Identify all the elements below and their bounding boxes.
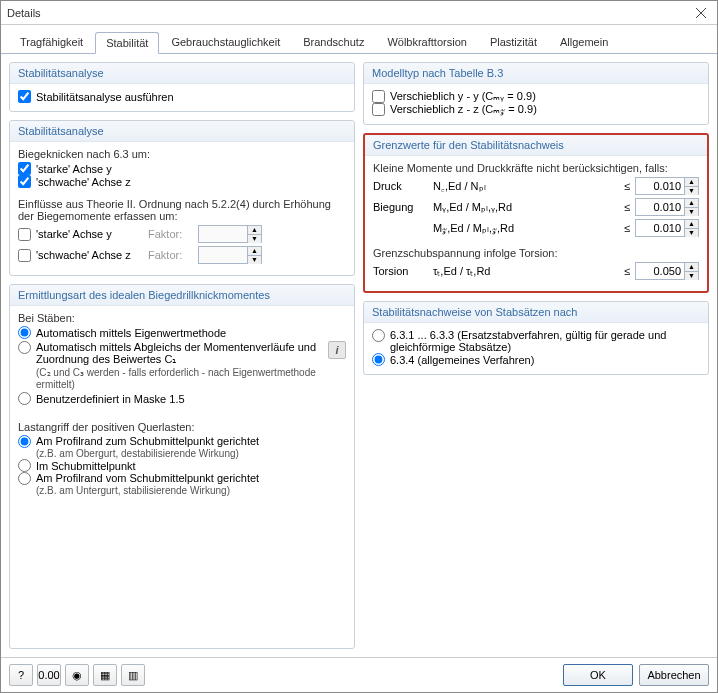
close-icon[interactable] (691, 3, 711, 23)
checkbox-schwache-achse-z-faktor[interactable]: 'schwache' Achse z (18, 249, 148, 262)
panel-title: Ermittlungsart des idealen Biegedrillkni… (10, 285, 354, 306)
spin-down-icon[interactable]: ▼ (248, 256, 261, 264)
checkbox-starke-achse-y-faktor[interactable]: 'starke' Achse y (18, 228, 148, 241)
tab-gebrauchstauglichkeit[interactable]: Gebrauchstauglichkeit (160, 31, 291, 53)
panel-ermittlungsart: Ermittlungsart des idealen Biegedrillkni… (9, 284, 355, 649)
panel-title: Grenzwerte für den Stabilitätsnachweis (365, 135, 707, 156)
radio-im-smp[interactable]: Im Schubmittelpunkt (18, 459, 346, 472)
spin-down-icon[interactable]: ▼ (685, 208, 698, 216)
spin-up-icon[interactable]: ▲ (685, 263, 698, 272)
checkbox-label: 'starke' Achse y (36, 163, 112, 175)
checkbox-schwache-achse-z[interactable]: 'schwache' Achse z (18, 175, 346, 188)
titlebar: Details (1, 1, 717, 25)
radio-input[interactable] (372, 353, 385, 366)
factor-spinner-y[interactable]: ▲▼ (198, 225, 262, 243)
label: Torsion (373, 265, 433, 277)
value-spinner[interactable]: ▲▼ (635, 219, 699, 237)
checkbox-input[interactable] (18, 175, 31, 188)
info-icon[interactable]: i (328, 341, 346, 359)
factor-spinner-z[interactable]: ▲▼ (198, 246, 262, 264)
grenzwert-row: BiegungMᵧ,Ed / Mₚₗ,ᵧ,Rd≤▲▼ (373, 198, 699, 216)
value-input[interactable] (636, 178, 684, 194)
spin-up-icon[interactable]: ▲ (248, 247, 261, 256)
ok-button[interactable]: OK (563, 664, 633, 686)
toolbar-icon-1[interactable]: 0.00 (37, 664, 61, 686)
checkbox-input[interactable] (18, 162, 31, 175)
spin-down-icon[interactable]: ▼ (685, 229, 698, 237)
spin-down-icon[interactable]: ▼ (685, 272, 698, 280)
radio-momentenverlaeufe[interactable]: Automatisch mittels Abgleichs der Moment… (18, 341, 322, 390)
radio-label: Am Profilrand zum Schubmittelpunkt geric… (36, 435, 259, 459)
details-dialog: Details TragfähigkeitStabilitätGebrauchs… (0, 0, 718, 693)
operator: ≤ (619, 265, 635, 277)
radio-input[interactable] (18, 472, 31, 485)
radio-input[interactable] (18, 326, 31, 339)
radio-input[interactable] (18, 392, 31, 405)
value-spinner[interactable]: ▲▼ (635, 177, 699, 195)
checkbox-label: 'starke' Achse y (36, 228, 112, 240)
spin-up-icon[interactable]: ▲ (248, 226, 261, 235)
subheading-biegeknicken: Biegeknicken nach 6.3 um: (18, 148, 346, 160)
value-spinner[interactable]: ▲▼ (635, 198, 699, 216)
factor-input[interactable] (199, 226, 247, 242)
checkbox-label: Stabilitätsanalyse ausführen (36, 91, 174, 103)
radio-input[interactable] (18, 459, 31, 472)
checkbox-verschieblich-y[interactable]: Verschieblich y - y (Cₘᵧ = 0.9) (372, 90, 700, 103)
tab-brandschutz[interactable]: Brandschutz (292, 31, 375, 53)
checkbox-input[interactable] (372, 103, 385, 116)
checkbox-label: 'schwache' Achse z (36, 249, 131, 261)
radio-input[interactable] (372, 329, 385, 342)
radio-label: Im Schubmittelpunkt (36, 460, 136, 472)
radio-input[interactable] (18, 341, 31, 354)
radio-6-3-4[interactable]: 6.3.4 (allgemeines Verfahren) (372, 353, 700, 366)
checkbox-input[interactable] (18, 228, 31, 241)
window-title: Details (7, 7, 41, 19)
radio-benutzerdefiniert[interactable]: Benutzerdefiniert in Maske 1.5 (18, 392, 346, 405)
operator: ≤ (619, 201, 635, 213)
tab-stabilität[interactable]: Stabilität (95, 32, 159, 54)
panel-stabilitaetsanalyse-2: Stabilitätsanalyse Biegeknicken nach 6.3… (9, 120, 355, 276)
spin-down-icon[interactable]: ▼ (248, 235, 261, 243)
tab-allgemein[interactable]: Allgemein (549, 31, 619, 53)
toolbar-icon-0[interactable]: ? (9, 664, 33, 686)
value-input[interactable] (636, 220, 684, 236)
radio-profilrand-zum-smp[interactable]: Am Profilrand zum Schubmittelpunkt geric… (18, 435, 346, 459)
tab-plastizität[interactable]: Plastizität (479, 31, 548, 53)
value-input[interactable] (636, 263, 684, 279)
panel-grenzwerte: Grenzwerte für den Stabilitätsnachweis K… (363, 133, 709, 293)
toolbar-icon-2[interactable]: ◉ (65, 664, 89, 686)
panel-title: Stabilitätsnachweise von Stabsätzen nach (364, 302, 708, 323)
radio-eigenwertmethode[interactable]: Automatisch mittels Eigenwertmethode (18, 326, 346, 339)
label: Biegung (373, 201, 433, 213)
spin-up-icon[interactable]: ▲ (685, 220, 698, 229)
radio-input[interactable] (18, 435, 31, 448)
value-input[interactable] (636, 199, 684, 215)
grenzwert-row-torsion: Torsion τₜ,Ed / τₜ,Rd ≤ ▲▼ (373, 262, 699, 280)
checkbox-input[interactable] (18, 249, 31, 262)
checkbox-starke-achse-y[interactable]: 'starke' Achse y (18, 162, 346, 175)
checkbox-input[interactable] (372, 90, 385, 103)
toolbar-icon-3[interactable]: ▦ (93, 664, 117, 686)
radio-label: Am Profilrand vom Schubmittelpunkt geric… (36, 472, 259, 496)
expression: N꜀,Ed / Nₚₗ (433, 180, 619, 193)
operator: ≤ (619, 180, 635, 192)
cancel-button[interactable]: Abbrechen (639, 664, 709, 686)
radio-6-3-1[interactable]: 6.3.1 ... 6.3.3 (Ersatzstabverfahren, gü… (372, 329, 700, 353)
grenzwert-row: DruckN꜀,Ed / Nₚₗ≤▲▼ (373, 177, 699, 195)
spin-up-icon[interactable]: ▲ (685, 178, 698, 187)
spin-down-icon[interactable]: ▼ (685, 187, 698, 195)
main-area: Stabilitätsanalyse Stabilitätsanalyse au… (1, 54, 717, 657)
value-spinner[interactable]: ▲▼ (635, 262, 699, 280)
checkbox-verschieblich-z[interactable]: Verschieblich z - z (Cₘ𝓏 = 0.9) (372, 103, 700, 116)
factor-input[interactable] (199, 247, 247, 263)
radio-profilrand-vom-smp[interactable]: Am Profilrand vom Schubmittelpunkt geric… (18, 472, 346, 496)
panel-stabsaetze: Stabilitätsnachweise von Stabsätzen nach… (363, 301, 709, 375)
tab-tragfähigkeit[interactable]: Tragfähigkeit (9, 31, 94, 53)
checkbox-analyse-ausfuehren[interactable]: Stabilitätsanalyse ausführen (18, 90, 346, 103)
right-column: Modelltyp nach Tabelle B.3 Verschieblich… (363, 62, 709, 649)
tab-wölbkrafttorsion[interactable]: Wölbkrafttorsion (376, 31, 477, 53)
toolbar-icon-4[interactable]: ▥ (121, 664, 145, 686)
radio-label: Automatisch mittels Eigenwertmethode (36, 327, 226, 339)
spin-up-icon[interactable]: ▲ (685, 199, 698, 208)
checkbox-input[interactable] (18, 90, 31, 103)
